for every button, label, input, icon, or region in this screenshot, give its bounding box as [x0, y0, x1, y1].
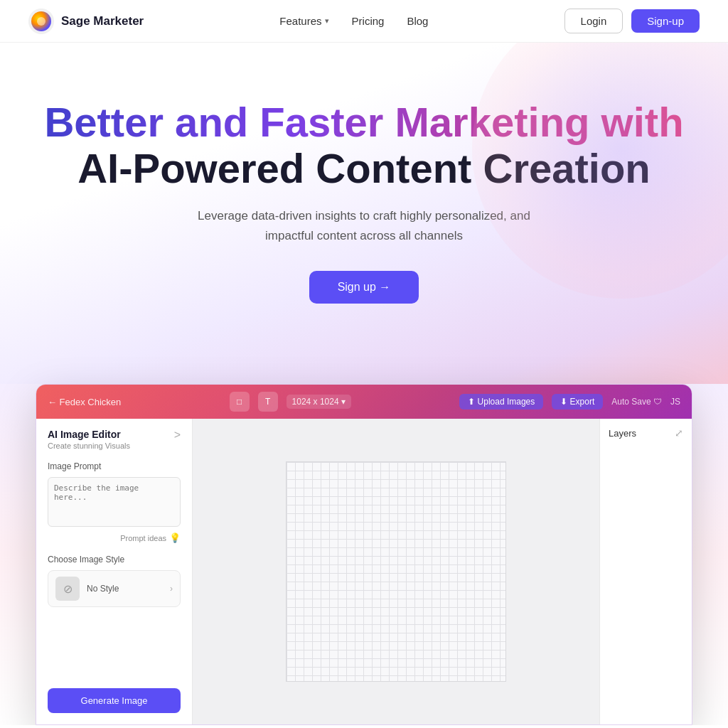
export-button[interactable]: ⬇ Export	[552, 394, 603, 410]
app-titlebar: ← Fedex Chicken □ T 728 x 728 ▾ ⬆ Uplo…	[36, 385, 692, 419]
image-prompt-input[interactable]	[48, 477, 181, 527]
nav-features[interactable]: Features ▾	[279, 15, 328, 27]
prompt-ideas-label[interactable]: Prompt ideas	[120, 534, 166, 542]
sidebar-subtitle: Create stunning Visuals	[48, 441, 130, 450]
app-sidebar: AI Image Editor Create stunning Visuals …	[36, 419, 193, 724]
style-selector-row[interactable]: ⊘ No Style ›	[48, 570, 181, 607]
autosave-label: Auto Save 🛡	[611, 397, 662, 407]
hero-cta-button[interactable]: Sign up →	[309, 271, 419, 304]
sidebar-header: AI Image Editor Create stunning Visuals …	[36, 419, 192, 453]
brand-logo-link[interactable]: Sage Marketer	[28, 9, 144, 34]
style-chevron-icon: ›	[170, 584, 173, 594]
app-content-area: AI Image Editor Create stunning Visuals …	[36, 419, 692, 724]
layers-panel-title: Layers	[609, 428, 636, 439]
style-name: No Style	[87, 584, 163, 594]
titlebar-text-tool[interactable]: T	[258, 392, 278, 412]
choose-style-label: Choose Image Style	[48, 555, 181, 564]
hero-subtitle: Leverage data-driven insights to craft h…	[179, 206, 549, 245]
app-canvas	[193, 419, 599, 724]
generate-image-button[interactable]: Generate Image	[48, 688, 181, 713]
nav-links: Features ▾ Pricing Blog	[279, 15, 428, 27]
hero-title: Better and Faster Marketing with AI-Powe…	[28, 100, 700, 192]
signup-button[interactable]: Sign-up	[631, 9, 700, 33]
nav-pricing[interactable]: Pricing	[352, 15, 385, 27]
prompt-ideas-row: Prompt ideas 💡	[48, 532, 181, 543]
nav-actions: Login Sign-up	[564, 9, 700, 33]
image-prompt-label: Image Prompt	[48, 461, 181, 471]
js-label: JS	[670, 397, 680, 407]
app-window: ← Fedex Chicken □ T 728 x 728 ▾ ⬆ Uplo…	[36, 384, 692, 725]
image-prompt-section: Image Prompt Prompt ideas 💡	[36, 453, 192, 552]
rightpanel-header: Layers ⤢	[609, 427, 683, 439]
app-screenshot-section: ← Fedex Chicken □ T 728 x 728 ▾ ⬆ Uplo…	[0, 384, 728, 725]
titlebar-square-tool[interactable]: □	[230, 392, 250, 412]
sidebar-title: AI Image Editor	[48, 429, 130, 440]
titlebar-back-label[interactable]: ← Fedex Chicken	[48, 397, 121, 407]
navbar: Sage Marketer Features ▾ Pricing Blog Lo…	[0, 0, 728, 43]
svg-point-2	[37, 17, 46, 26]
hero-title-line1: Better and Faster Marketing with	[28, 100, 700, 145]
style-icon: ⊘	[55, 577, 80, 601]
collapse-icon[interactable]: ⤢	[675, 427, 683, 439]
upload-images-button[interactable]: ⬆ Upload Images	[459, 394, 543, 410]
chevron-down-icon: ▾	[325, 16, 329, 26]
canvas-grid[interactable]	[286, 461, 506, 682]
lightbulb-icon: 💡	[169, 532, 181, 543]
hero-title-line2: AI-Powered Content Creation	[28, 145, 700, 193]
nav-blog[interactable]: Blog	[407, 15, 428, 27]
titlebar-size-selector[interactable]: 728 x 728 ▾	[287, 395, 351, 409]
sidebar-toggle-icon[interactable]: >	[174, 429, 181, 441]
login-button[interactable]: Login	[564, 9, 623, 33]
app-right-panel: Layers ⤢	[599, 419, 692, 724]
brand-logo-icon	[28, 9, 54, 34]
brand-name: Sage Marketer	[61, 14, 144, 28]
choose-style-section: Choose Image Style ⊘ No Style ›	[36, 552, 192, 616]
hero-section: Better and Faster Marketing with AI-Powe…	[0, 43, 728, 384]
